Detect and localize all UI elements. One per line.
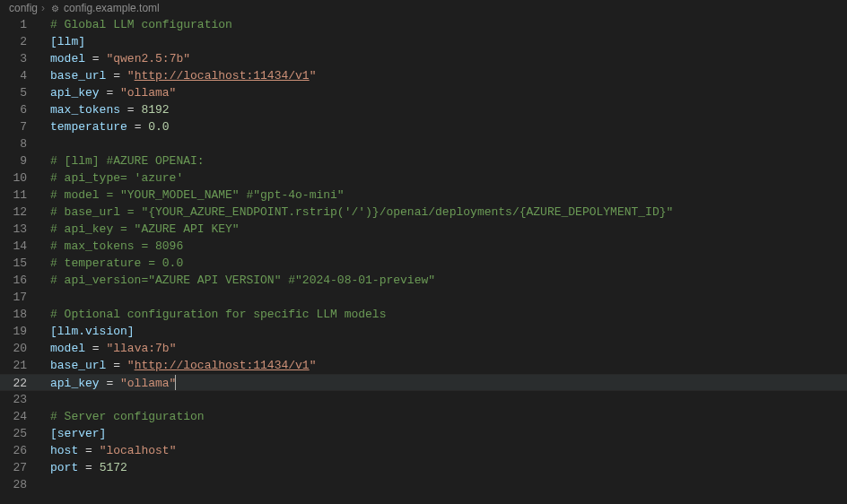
code-line-4[interactable]: 4base_url = "http://localhost:11434/v1" [0, 67, 847, 84]
token-key: base_url [50, 69, 106, 83]
code-content[interactable]: base_url = "http://localhost:11434/v1" [43, 67, 847, 84]
code-line-2[interactable]: 2[llm] [0, 33, 847, 50]
code-line-8[interactable]: 8 [0, 135, 847, 152]
code-line-18[interactable]: 18# Optional configuration for specific … [0, 306, 847, 323]
code-content[interactable] [43, 289, 847, 306]
code-line-14[interactable]: 14# max_tokens = 8096 [0, 238, 847, 255]
code-content[interactable]: api_key = "ollama" [43, 84, 847, 101]
code-line-23[interactable]: 23 [0, 391, 847, 408]
token-string: " [127, 69, 135, 83]
code-content[interactable]: port = 5172 [43, 459, 847, 476]
code-content[interactable]: # max_tokens = 8096 [43, 238, 847, 255]
token-number: 8192 [141, 103, 169, 117]
code-content[interactable]: # Global LLM configuration [43, 16, 847, 33]
code-line-11[interactable]: 11# model = "YOUR_MODEL_NAME" #"gpt-4o-m… [0, 187, 847, 204]
token-string: "ollama" [120, 377, 176, 390]
code-content[interactable]: host = "localhost" [43, 442, 847, 459]
line-number: 3 [0, 50, 43, 67]
token-key: api_key [50, 377, 100, 390]
code-content[interactable]: # [llm] #AZURE OPENAI: [43, 152, 847, 169]
code-line-6[interactable]: 6max_tokens = 8192 [0, 101, 847, 118]
code-content[interactable]: # Optional configuration for specific LL… [43, 306, 847, 323]
line-number: 7 [0, 118, 43, 135]
line-number: 22 [0, 375, 43, 390]
code-content[interactable]: # temperature = 0.0 [43, 255, 847, 272]
breadcrumb-file[interactable]: config.example.toml [64, 0, 160, 17]
code-content[interactable]: # Server configuration [43, 408, 847, 425]
code-content[interactable] [43, 476, 847, 493]
code-editor[interactable]: 1# Global LLM configuration2[llm]3model … [0, 16, 847, 493]
code-content[interactable]: # api_type= 'azure' [43, 169, 847, 187]
token-key: host [50, 444, 78, 457]
token-url: http://localhost:11434/v1 [135, 69, 310, 83]
line-number: 24 [0, 408, 43, 425]
code-line-28[interactable]: 28 [0, 476, 847, 493]
code-line-27[interactable]: 27port = 5172 [0, 459, 847, 476]
token-comment: # base_url = "{YOUR_AZURE_ENDPOINT.rstri… [50, 205, 673, 219]
breadcrumb-folder[interactable]: config [9, 0, 38, 17]
code-content[interactable]: [llm.vision] [43, 323, 847, 340]
code-content[interactable]: [server] [43, 425, 847, 442]
token-string: "ollama" [120, 86, 176, 100]
code-line-21[interactable]: 21base_url = "http://localhost:11434/v1" [0, 357, 847, 374]
code-line-12[interactable]: 12# base_url = "{YOUR_AZURE_ENDPOINT.rst… [0, 204, 847, 221]
line-number: 19 [0, 323, 43, 340]
code-content[interactable]: # base_url = "{YOUR_AZURE_ENDPOINT.rstri… [43, 204, 847, 221]
code-content[interactable]: [llm] [43, 33, 847, 50]
code-line-9[interactable]: 9# [llm] #AZURE OPENAI: [0, 152, 847, 169]
token-comment: # api_key = "AZURE API KEY" [50, 222, 240, 236]
token-key: api_key [50, 86, 100, 100]
line-number: 28 [0, 476, 43, 493]
line-number: 17 [0, 289, 43, 306]
code-content[interactable]: base_url = "http://localhost:11434/v1" [43, 357, 847, 374]
code-line-26[interactable]: 26host = "localhost" [0, 442, 847, 459]
token-key: base_url [50, 359, 106, 372]
token-comment: # Server configuration [50, 410, 205, 423]
breadcrumb-separator: › [41, 0, 45, 17]
line-number: 10 [0, 169, 43, 187]
code-line-13[interactable]: 13# api_key = "AZURE API KEY" [0, 221, 847, 238]
token-key: max_tokens [50, 103, 120, 117]
code-line-17[interactable]: 17 [0, 289, 847, 306]
code-line-5[interactable]: 5api_key = "ollama" [0, 84, 847, 101]
code-line-3[interactable]: 3model = "qwen2.5:7b" [0, 50, 847, 67]
code-content[interactable] [43, 135, 847, 152]
code-content[interactable]: api_key = "ollama" [43, 375, 847, 390]
code-content[interactable]: model = "llava:7b" [43, 340, 847, 357]
token-string: "llava:7b" [106, 342, 176, 355]
line-number: 26 [0, 442, 43, 459]
line-number: 9 [0, 152, 43, 169]
token-string: "localhost" [100, 444, 177, 457]
code-line-25[interactable]: 25[server] [0, 425, 847, 442]
code-line-24[interactable]: 24# Server configuration [0, 408, 847, 425]
line-number: 6 [0, 101, 43, 118]
code-content[interactable] [43, 391, 847, 408]
code-line-16[interactable]: 16# api_version="AZURE API VERSION" #"20… [0, 272, 847, 289]
token-op: = [100, 377, 120, 390]
code-line-10[interactable]: 10# api_type= 'azure' [0, 169, 847, 187]
code-content[interactable]: # model = "YOUR_MODEL_NAME" #"gpt-4o-min… [43, 187, 847, 204]
line-number: 8 [0, 135, 43, 152]
code-line-20[interactable]: 20model = "llava:7b" [0, 340, 847, 357]
code-content[interactable]: # api_version="AZURE API VERSION" #"2024… [43, 272, 847, 289]
line-number: 13 [0, 221, 43, 238]
code-content[interactable]: temperature = 0.0 [43, 118, 847, 135]
code-line-19[interactable]: 19[llm.vision] [0, 323, 847, 340]
line-number: 23 [0, 391, 43, 408]
token-key: model [50, 342, 85, 355]
token-comment: # Global LLM configuration [50, 18, 232, 31]
token-string: "qwen2.5:7b" [106, 52, 190, 65]
code-content[interactable]: max_tokens = 8192 [43, 101, 847, 118]
code-line-15[interactable]: 15# temperature = 0.0 [0, 255, 847, 272]
code-line-7[interactable]: 7temperature = 0.0 [0, 118, 847, 135]
token-url: http://localhost:11434/v1 [135, 359, 310, 372]
code-line-1[interactable]: 1# Global LLM configuration [0, 16, 847, 33]
code-content[interactable]: model = "qwen2.5:7b" [43, 50, 847, 67]
token-number: 0.0 [148, 120, 169, 134]
token-string: " [127, 359, 135, 372]
code-line-22[interactable]: 22api_key = "ollama" [0, 374, 847, 391]
token-string: " [310, 69, 317, 83]
breadcrumb[interactable]: config › ⚙ config.example.toml [0, 0, 847, 16]
code-content[interactable]: # api_key = "AZURE API KEY" [43, 221, 847, 238]
token-comment: # temperature = 0.0 [50, 256, 183, 270]
